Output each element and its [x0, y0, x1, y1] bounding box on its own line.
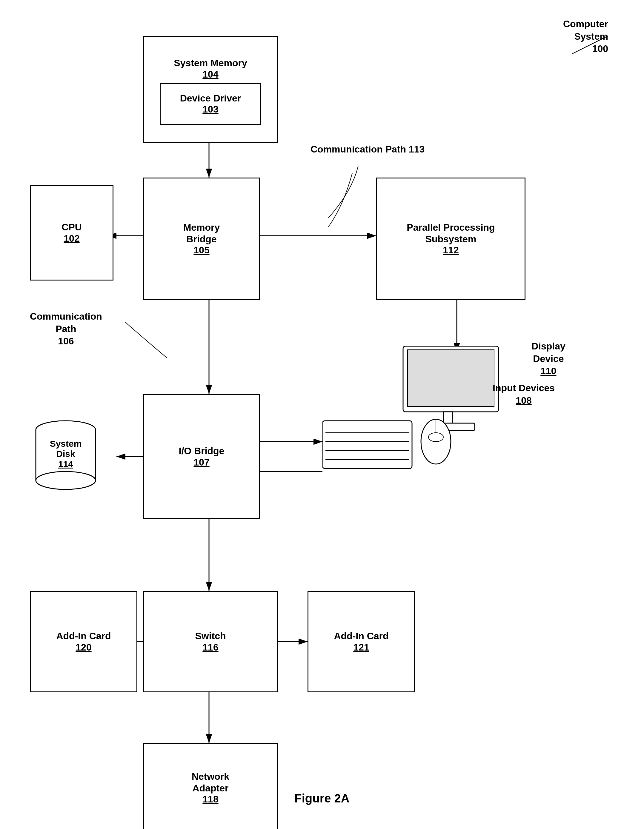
input-devices-label: Input Devices 108 [492, 382, 555, 407]
device-driver-box: Device Driver 103 [160, 83, 261, 125]
io-bridge-box: I/O Bridge 107 [143, 394, 260, 519]
device-driver-number: 103 [202, 104, 218, 115]
system-memory-number: 104 [202, 69, 218, 80]
io-bridge-label: I/O Bridge [179, 445, 224, 457]
network-adapter-box: NetworkAdapter 118 [143, 743, 278, 829]
parallel-processing-label: Parallel ProcessingSubsystem [407, 222, 495, 245]
add-in-card-121-box: Add-In Card 121 [308, 591, 415, 692]
display-device-label: DisplayDevice 110 [532, 340, 565, 378]
cpu-box: CPU 102 [30, 185, 114, 281]
cpu-number: 102 [63, 233, 79, 244]
memory-bridge-label: MemoryBridge [183, 222, 220, 245]
cpu-label: CPU [62, 221, 82, 233]
system-memory-label: System Memory [174, 57, 247, 69]
diagram-container: ComputerSystem 100 System Memory 104 Dev… [0, 0, 644, 829]
computer-system-arrow [554, 30, 614, 60]
add-in-card-120-number: 120 [76, 642, 92, 653]
add-in-card-121-label: Add-In Card [334, 630, 388, 641]
system-memory-box: System Memory 104 Device Driver 103 [143, 36, 278, 143]
parallel-processing-box: Parallel ProcessingSubsystem 112 [376, 178, 526, 300]
svg-rect-16 [407, 350, 494, 407]
memory-bridge-number: 105 [194, 245, 209, 256]
svg-point-26 [428, 433, 444, 442]
connections-svg [0, 0, 644, 829]
svg-rect-19 [322, 421, 412, 468]
switch-box: Switch 116 [143, 591, 278, 692]
comm-path-113-label: Communication Path 113 [311, 143, 425, 156]
io-bridge-number: 107 [194, 457, 209, 468]
figure-label: Figure 2A [294, 792, 349, 805]
device-driver-label: Device Driver [180, 93, 241, 104]
comm-path-106-label: CommunicationPath106 [30, 310, 102, 348]
system-disk-container: System Disk 114 [30, 415, 101, 506]
switch-label: Switch [195, 630, 226, 641]
svg-line-14 [572, 36, 608, 54]
system-disk-label: System Disk 114 [30, 439, 101, 469]
network-adapter-number: 118 [202, 794, 218, 805]
network-adapter-label: NetworkAdapter [192, 771, 229, 794]
switch-number: 116 [202, 642, 218, 653]
add-in-card-120-label: Add-In Card [56, 630, 111, 641]
parallel-processing-number: 112 [443, 245, 459, 256]
add-in-card-121-number: 121 [353, 642, 369, 653]
keyboard-svg [322, 412, 457, 486]
memory-bridge-box: MemoryBridge 105 [143, 178, 260, 300]
svg-point-31 [36, 471, 96, 489]
add-in-card-120-box: Add-In Card 120 [30, 591, 137, 692]
